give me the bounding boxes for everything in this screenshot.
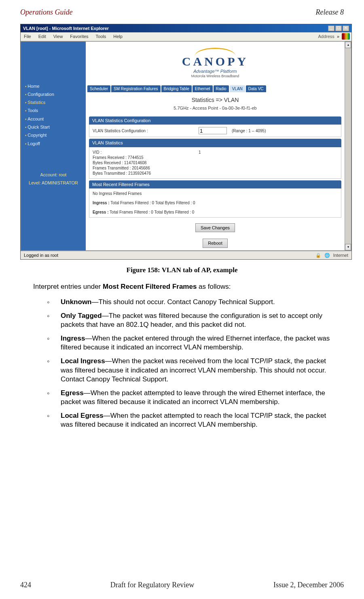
nav-tools[interactable]: Tools (23, 106, 83, 114)
content-pane: CANOPY Advantage™ Platform Motorola Wire… (86, 42, 345, 250)
stat-bytes-transmitted: Bytes Transmitted : 2135926476 (93, 171, 338, 176)
tab-radio[interactable]: Radio (214, 85, 229, 92)
tab-row: Scheduler SM Registration Failures Bridg… (86, 85, 345, 92)
vlan-config-range: (Range : 1 -- 4095) (232, 128, 266, 133)
stat-frames-received: Frames Received : 7744515 (93, 155, 338, 160)
menu-bar: File Edit View Favorites Tools Help Addr… (21, 32, 351, 41)
brand-word: CANOPY (182, 53, 248, 69)
menu-help[interactable]: Help (112, 33, 124, 40)
menu-favorites[interactable]: Favorites (68, 33, 90, 40)
def-ingress: Ingress—When the packet entered through … (47, 332, 332, 354)
scroll-down-icon[interactable]: ▾ (345, 244, 351, 250)
window-title-text: VLAN [root] - Microsoft Internet Explore… (23, 25, 109, 31)
address-label: Address (318, 34, 334, 39)
maximize-button[interactable]: ☐ (335, 25, 342, 31)
vlan-config-input[interactable] (199, 127, 227, 134)
header-release: Release 8 (316, 8, 344, 17)
panel-vlan-config: VLAN Statistics Configuration VLAN Stati… (89, 116, 341, 137)
page-footer: 424 Draft for Regulatory Review Issue 2,… (20, 577, 344, 591)
status-left-text: Logged in as root (24, 252, 58, 258)
brand-tag: Motorola Wireless Broadband (191, 74, 239, 79)
figure-caption: Figure 158: VLAN tab of AP, example (20, 260, 344, 281)
nav-logoff[interactable]: Logoff (23, 140, 83, 148)
chevron-right-icon[interactable]: » (337, 34, 339, 39)
nav-configuration[interactable]: Configuration (23, 90, 83, 98)
vlan-config-label: VLAN Statistics Configuration : (93, 128, 194, 133)
tab-ethernet[interactable]: Ethernet (193, 85, 213, 92)
no-ingress-filtered: No Ingress Filtered Frames (93, 191, 338, 200)
windows-flag-icon[interactable] (342, 33, 350, 40)
footer-center: Draft for Regulatory Review (110, 581, 194, 589)
brand-logo: CANOPY Advantage™ Platform Motorola Wire… (86, 42, 345, 85)
tab-data-vc[interactable]: Data VC (246, 85, 266, 92)
nav-statistics[interactable]: Statistics (23, 98, 83, 106)
panel-filtered-frames: Most Recent Filtered Frames No Ingress F… (89, 180, 341, 218)
def-egress: Egress—When the packet attempted to leav… (47, 386, 332, 409)
nav-list: Home Configuration Statistics Tools Acco… (21, 82, 86, 156)
intro-bold: Most Recent Filtered Frames (103, 283, 197, 290)
content-subtitle: 5.7GHz - Access Point - 0a-00-3e-f0-f1-e… (86, 105, 345, 115)
save-changes-button[interactable]: Save Changes (195, 223, 235, 232)
window-title-bar[interactable]: VLAN [root] - Microsoft Internet Explore… (21, 24, 351, 32)
scroll-up-icon[interactable]: ▴ (345, 42, 351, 48)
nav-copyright[interactable]: Copyright (23, 131, 83, 139)
def-local-egress: Local Egress—When the packet attempted t… (47, 409, 332, 432)
tab-sm-reg-failures[interactable]: SM Registration Failures (111, 85, 160, 92)
menu-file[interactable]: File (22, 33, 33, 40)
body-text: Interpret entries under Most Recent Filt… (20, 281, 344, 432)
ingress-label: Ingress : (93, 201, 110, 205)
status-bar: Logged in as root 🔒 🌐 Internet (21, 251, 351, 259)
brand-sub: Advantage™ Platform (193, 68, 237, 74)
nav-account[interactable]: Account (23, 115, 83, 123)
page-header: Operations Guide Release 8 (20, 8, 344, 24)
panel-vlan-stats: VLAN Statistics VID : 1 Frames Received … (89, 139, 341, 178)
tab-vlan[interactable]: VLAN (230, 85, 245, 92)
vid-value: 1 (199, 150, 201, 155)
nav-quickstart[interactable]: Quick Start (23, 123, 83, 131)
nav-level-label: Level: ADMINISTRATOR (21, 180, 86, 190)
menu-view[interactable]: View (52, 33, 65, 40)
status-right-text: Internet (333, 252, 348, 258)
footer-right: Issue 2, December 2006 (273, 581, 344, 589)
nav-home[interactable]: Home (23, 82, 83, 90)
egress-text: Total Frames Filtered : 0 Total Bytes Fi… (108, 210, 194, 214)
stat-bytes-received: Bytes Received : 1147014608 (93, 160, 338, 165)
menu-tools[interactable]: Tools (94, 33, 108, 40)
reboot-button[interactable]: Reboot (203, 239, 227, 248)
panel-vlan-config-head: VLAN Statistics Configuration (89, 116, 341, 125)
tab-scheduler[interactable]: Scheduler (87, 85, 110, 92)
intro-post: as follows: (197, 283, 231, 290)
egress-label: Egress : (93, 210, 108, 214)
def-local-ingress: Local Ingress—When the packet was receiv… (47, 354, 332, 386)
ingress-text: Total Frames Filtered : 0 Total Bytes Fi… (110, 201, 195, 205)
stat-frames-transmitted: Frames Transmitted : 20145686 (93, 165, 338, 171)
lock-icon: 🔒 (315, 252, 321, 258)
def-unknown: Unknown—This should not occur. Contact C… (47, 295, 332, 309)
sidebar-nav: Home Configuration Statistics Tools Acco… (21, 42, 86, 250)
vid-label: VID : (93, 150, 194, 155)
def-only-tagged: Only Tagged—The packet was filtered beca… (47, 309, 332, 332)
intro-pre: Interpret entries under (33, 283, 103, 290)
nav-account-label: Account: root (21, 156, 86, 180)
header-guide-title: Operations Guide (20, 8, 73, 17)
browser-screenshot: VLAN [root] - Microsoft Internet Explore… (20, 24, 352, 260)
minimize-button[interactable]: _ (328, 25, 334, 31)
scrollbar[interactable]: ▴ ▾ (345, 42, 351, 250)
tab-bridging-table[interactable]: Bridging Table (161, 85, 192, 92)
panel-filtered-head: Most Recent Filtered Frames (89, 180, 341, 188)
globe-icon: 🌐 (324, 252, 330, 258)
panel-vlan-stats-head: VLAN Statistics (89, 139, 341, 147)
footer-page-number: 424 (20, 581, 31, 589)
close-button[interactable]: ✕ (343, 25, 349, 31)
menu-edit[interactable]: Edit (37, 33, 48, 40)
content-title: Statistics => VLAN (86, 92, 345, 105)
